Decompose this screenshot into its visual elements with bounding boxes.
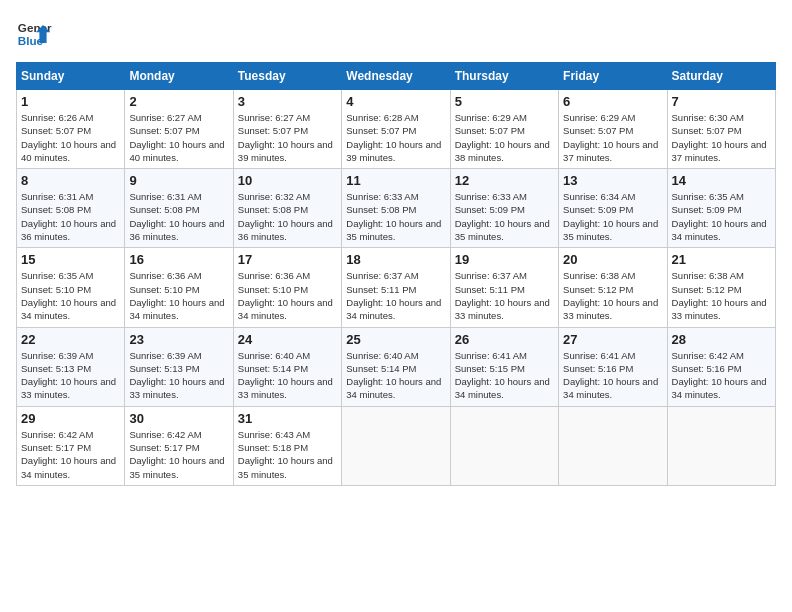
day-number: 18 (346, 252, 445, 267)
calendar-week-2: 8Sunrise: 6:31 AMSunset: 5:08 PMDaylight… (17, 169, 776, 248)
calendar-cell: 6Sunrise: 6:29 AMSunset: 5:07 PMDaylight… (559, 90, 667, 169)
calendar-table: SundayMondayTuesdayWednesdayThursdayFrid… (16, 62, 776, 486)
calendar-cell: 17Sunrise: 6:36 AMSunset: 5:10 PMDayligh… (233, 248, 341, 327)
day-info: Sunrise: 6:34 AMSunset: 5:09 PMDaylight:… (563, 190, 662, 243)
calendar-cell: 11Sunrise: 6:33 AMSunset: 5:08 PMDayligh… (342, 169, 450, 248)
calendar-header-row: SundayMondayTuesdayWednesdayThursdayFrid… (17, 63, 776, 90)
day-number: 16 (129, 252, 228, 267)
day-number: 27 (563, 332, 662, 347)
day-number: 31 (238, 411, 337, 426)
day-info: Sunrise: 6:36 AMSunset: 5:10 PMDaylight:… (129, 269, 228, 322)
day-number: 2 (129, 94, 228, 109)
calendar-week-5: 29Sunrise: 6:42 AMSunset: 5:17 PMDayligh… (17, 406, 776, 485)
calendar-cell: 24Sunrise: 6:40 AMSunset: 5:14 PMDayligh… (233, 327, 341, 406)
calendar-cell: 9Sunrise: 6:31 AMSunset: 5:08 PMDaylight… (125, 169, 233, 248)
day-info: Sunrise: 6:43 AMSunset: 5:18 PMDaylight:… (238, 428, 337, 481)
calendar-header-friday: Friday (559, 63, 667, 90)
calendar-cell: 16Sunrise: 6:36 AMSunset: 5:10 PMDayligh… (125, 248, 233, 327)
calendar-cell: 3Sunrise: 6:27 AMSunset: 5:07 PMDaylight… (233, 90, 341, 169)
day-number: 3 (238, 94, 337, 109)
calendar-cell: 15Sunrise: 6:35 AMSunset: 5:10 PMDayligh… (17, 248, 125, 327)
calendar-cell: 19Sunrise: 6:37 AMSunset: 5:11 PMDayligh… (450, 248, 558, 327)
day-info: Sunrise: 6:31 AMSunset: 5:08 PMDaylight:… (129, 190, 228, 243)
day-number: 17 (238, 252, 337, 267)
day-number: 23 (129, 332, 228, 347)
calendar-cell: 30Sunrise: 6:42 AMSunset: 5:17 PMDayligh… (125, 406, 233, 485)
day-number: 20 (563, 252, 662, 267)
day-info: Sunrise: 6:38 AMSunset: 5:12 PMDaylight:… (672, 269, 771, 322)
day-number: 6 (563, 94, 662, 109)
day-number: 8 (21, 173, 120, 188)
day-info: Sunrise: 6:27 AMSunset: 5:07 PMDaylight:… (238, 111, 337, 164)
calendar-week-3: 15Sunrise: 6:35 AMSunset: 5:10 PMDayligh… (17, 248, 776, 327)
day-info: Sunrise: 6:26 AMSunset: 5:07 PMDaylight:… (21, 111, 120, 164)
calendar-cell: 12Sunrise: 6:33 AMSunset: 5:09 PMDayligh… (450, 169, 558, 248)
calendar-cell: 10Sunrise: 6:32 AMSunset: 5:08 PMDayligh… (233, 169, 341, 248)
calendar-cell: 26Sunrise: 6:41 AMSunset: 5:15 PMDayligh… (450, 327, 558, 406)
day-info: Sunrise: 6:29 AMSunset: 5:07 PMDaylight:… (563, 111, 662, 164)
calendar-header-wednesday: Wednesday (342, 63, 450, 90)
day-number: 22 (21, 332, 120, 347)
day-info: Sunrise: 6:39 AMSunset: 5:13 PMDaylight:… (21, 349, 120, 402)
day-info: Sunrise: 6:28 AMSunset: 5:07 PMDaylight:… (346, 111, 445, 164)
calendar-cell: 20Sunrise: 6:38 AMSunset: 5:12 PMDayligh… (559, 248, 667, 327)
calendar-cell: 7Sunrise: 6:30 AMSunset: 5:07 PMDaylight… (667, 90, 775, 169)
day-number: 25 (346, 332, 445, 347)
day-info: Sunrise: 6:35 AMSunset: 5:09 PMDaylight:… (672, 190, 771, 243)
calendar-cell: 28Sunrise: 6:42 AMSunset: 5:16 PMDayligh… (667, 327, 775, 406)
calendar-header-tuesday: Tuesday (233, 63, 341, 90)
calendar-cell: 21Sunrise: 6:38 AMSunset: 5:12 PMDayligh… (667, 248, 775, 327)
day-info: Sunrise: 6:30 AMSunset: 5:07 PMDaylight:… (672, 111, 771, 164)
day-number: 19 (455, 252, 554, 267)
calendar-header-monday: Monday (125, 63, 233, 90)
calendar-cell: 8Sunrise: 6:31 AMSunset: 5:08 PMDaylight… (17, 169, 125, 248)
day-info: Sunrise: 6:32 AMSunset: 5:08 PMDaylight:… (238, 190, 337, 243)
logo-icon: General Blue (16, 16, 52, 52)
calendar-week-4: 22Sunrise: 6:39 AMSunset: 5:13 PMDayligh… (17, 327, 776, 406)
calendar-header-thursday: Thursday (450, 63, 558, 90)
day-info: Sunrise: 6:29 AMSunset: 5:07 PMDaylight:… (455, 111, 554, 164)
day-number: 13 (563, 173, 662, 188)
day-number: 21 (672, 252, 771, 267)
logo: General Blue (16, 16, 52, 52)
day-info: Sunrise: 6:41 AMSunset: 5:16 PMDaylight:… (563, 349, 662, 402)
day-info: Sunrise: 6:35 AMSunset: 5:10 PMDaylight:… (21, 269, 120, 322)
calendar-cell: 22Sunrise: 6:39 AMSunset: 5:13 PMDayligh… (17, 327, 125, 406)
calendar-cell: 29Sunrise: 6:42 AMSunset: 5:17 PMDayligh… (17, 406, 125, 485)
day-info: Sunrise: 6:41 AMSunset: 5:15 PMDaylight:… (455, 349, 554, 402)
calendar-cell (559, 406, 667, 485)
day-number: 14 (672, 173, 771, 188)
calendar-cell: 1Sunrise: 6:26 AMSunset: 5:07 PMDaylight… (17, 90, 125, 169)
day-number: 7 (672, 94, 771, 109)
day-number: 1 (21, 94, 120, 109)
day-info: Sunrise: 6:31 AMSunset: 5:08 PMDaylight:… (21, 190, 120, 243)
day-number: 15 (21, 252, 120, 267)
day-info: Sunrise: 6:39 AMSunset: 5:13 PMDaylight:… (129, 349, 228, 402)
day-info: Sunrise: 6:36 AMSunset: 5:10 PMDaylight:… (238, 269, 337, 322)
day-number: 30 (129, 411, 228, 426)
calendar-header-sunday: Sunday (17, 63, 125, 90)
page-header: General Blue (16, 16, 776, 52)
svg-text:General: General (18, 21, 52, 34)
calendar-cell (342, 406, 450, 485)
day-info: Sunrise: 6:33 AMSunset: 5:09 PMDaylight:… (455, 190, 554, 243)
calendar-cell: 5Sunrise: 6:29 AMSunset: 5:07 PMDaylight… (450, 90, 558, 169)
calendar-header-saturday: Saturday (667, 63, 775, 90)
calendar-cell (450, 406, 558, 485)
calendar-cell: 23Sunrise: 6:39 AMSunset: 5:13 PMDayligh… (125, 327, 233, 406)
calendar-cell (667, 406, 775, 485)
day-number: 4 (346, 94, 445, 109)
day-info: Sunrise: 6:37 AMSunset: 5:11 PMDaylight:… (346, 269, 445, 322)
day-info: Sunrise: 6:42 AMSunset: 5:16 PMDaylight:… (672, 349, 771, 402)
day-info: Sunrise: 6:27 AMSunset: 5:07 PMDaylight:… (129, 111, 228, 164)
day-info: Sunrise: 6:40 AMSunset: 5:14 PMDaylight:… (346, 349, 445, 402)
day-info: Sunrise: 6:38 AMSunset: 5:12 PMDaylight:… (563, 269, 662, 322)
day-number: 26 (455, 332, 554, 347)
day-number: 10 (238, 173, 337, 188)
day-info: Sunrise: 6:33 AMSunset: 5:08 PMDaylight:… (346, 190, 445, 243)
day-number: 29 (21, 411, 120, 426)
day-info: Sunrise: 6:37 AMSunset: 5:11 PMDaylight:… (455, 269, 554, 322)
day-number: 28 (672, 332, 771, 347)
calendar-cell: 25Sunrise: 6:40 AMSunset: 5:14 PMDayligh… (342, 327, 450, 406)
day-info: Sunrise: 6:42 AMSunset: 5:17 PMDaylight:… (129, 428, 228, 481)
